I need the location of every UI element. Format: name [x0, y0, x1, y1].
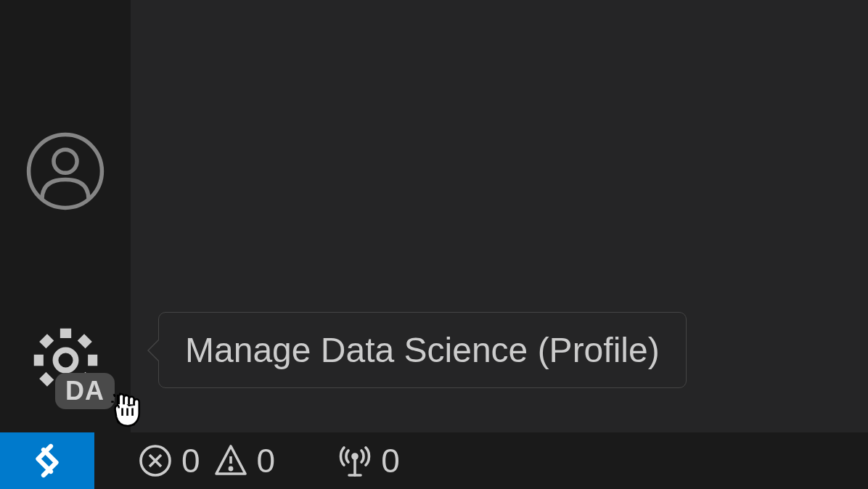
warnings-count: 0 — [257, 441, 276, 480]
status-bar: 0 0 0 — [0, 432, 868, 489]
svg-point-4 — [229, 467, 232, 469]
error-icon — [138, 443, 173, 478]
profile-badge: DA — [55, 373, 115, 409]
status-items: 0 0 0 — [94, 441, 400, 480]
tooltip-text: Manage Data Science (Profile) — [185, 331, 660, 369]
svg-point-2 — [55, 350, 75, 370]
errors-count: 0 — [181, 441, 200, 480]
manage-tooltip: Manage Data Science (Profile) — [158, 312, 687, 388]
antenna-icon — [337, 443, 372, 478]
svg-point-5 — [353, 454, 357, 459]
warnings-item[interactable]: 0 — [213, 441, 276, 480]
account-icon — [25, 131, 105, 211]
accounts-button[interactable] — [22, 128, 109, 215]
remote-icon — [25, 439, 69, 482]
remote-indicator[interactable] — [0, 432, 94, 489]
ports-item[interactable]: 0 — [337, 441, 400, 480]
errors-item[interactable]: 0 — [138, 441, 200, 480]
manage-button[interactable]: DA — [22, 316, 109, 403]
activity-bar: DA — [0, 0, 131, 432]
warning-icon — [213, 443, 248, 478]
ports-count: 0 — [381, 441, 400, 480]
svg-point-1 — [54, 149, 77, 173]
